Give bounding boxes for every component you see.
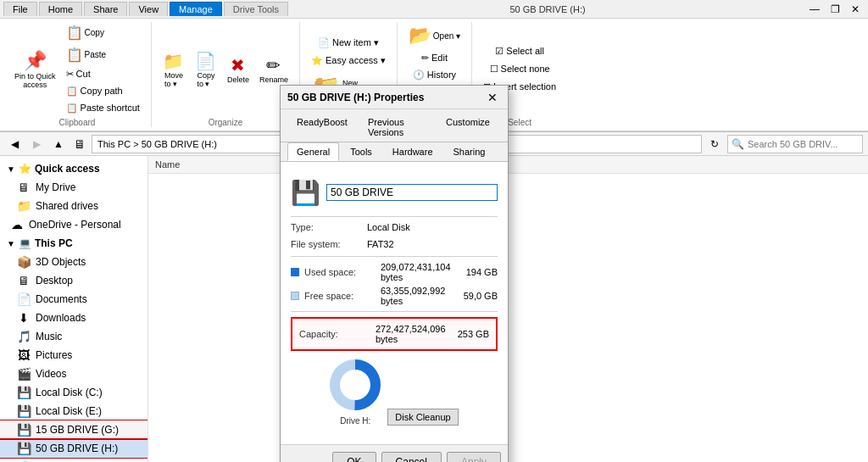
dialog-overlay: 50 GB DRIVE (H:) Properties ✕ ReadyBoost… <box>0 0 868 462</box>
drive-name-input[interactable] <box>326 184 498 201</box>
separator-2 <box>291 256 498 257</box>
type-value: Local Disk <box>367 222 498 232</box>
tab-tools[interactable]: Tools <box>341 142 381 161</box>
free-space-gb: 59,0 GB <box>464 291 498 301</box>
used-space-label: Used space: <box>304 267 381 277</box>
used-space-dot <box>291 268 299 276</box>
dialog-tabs: ReadyBoost Previous Versions Customize <box>281 109 508 142</box>
tab-readyboost[interactable]: ReadyBoost <box>287 113 357 142</box>
drive-label: Drive H: <box>330 416 381 426</box>
tab-sharing[interactable]: Sharing <box>444 142 495 161</box>
filesystem-label: File system: <box>291 239 367 249</box>
capacity-row: Capacity: 272,427,524,096 bytes 253 GB <box>291 317 498 351</box>
dialog-title: 50 GB DRIVE (H:) Properties <box>287 92 484 103</box>
free-space-label: Free space: <box>304 291 381 301</box>
tab-general[interactable]: General <box>287 142 339 161</box>
type-label: Type: <box>291 222 367 232</box>
cancel-button[interactable]: Cancel <box>381 452 442 462</box>
dialog-titlebar: 50 GB DRIVE (H:) Properties ✕ <box>281 86 508 109</box>
used-space-bytes: 209,072,431,104 bytes <box>381 262 463 282</box>
disk-chart: Drive H: Disk Cleanup <box>291 359 498 426</box>
used-space-gb: 194 GB <box>466 267 498 277</box>
capacity-label: Capacity: <box>299 329 376 339</box>
tab-prev-versions[interactable]: Previous Versions <box>359 113 435 142</box>
tab-hardware[interactable]: Hardware <box>383 142 442 161</box>
dialog-body: 💾 Type: Local Disk File system: FAT32 Us… <box>281 162 508 444</box>
drive-label-row: 💾 <box>291 179 498 206</box>
filesystem-value: FAT32 <box>367 239 498 249</box>
separator-3 <box>291 311 498 312</box>
used-space-row: Used space: 209,072,431,104 bytes 194 GB <box>291 262 498 282</box>
apply-button[interactable]: Apply <box>447 452 501 462</box>
disk-cleanup-button[interactable]: Disk Cleanup <box>387 409 458 426</box>
dialog-footer: OK Cancel Apply <box>281 444 508 462</box>
free-space-dot <box>291 292 299 300</box>
capacity-gb: 253 GB <box>458 329 489 339</box>
separator-1 <box>291 216 498 217</box>
ok-button[interactable]: OK <box>332 452 376 462</box>
capacity-inner: Capacity: 272,427,524,096 bytes 253 GB <box>299 324 489 344</box>
tab-customize[interactable]: Customize <box>437 113 499 142</box>
free-space-bytes: 63,355,092,992 bytes <box>381 286 460 306</box>
donut-svg <box>330 359 381 410</box>
capacity-bytes: 272,427,524,096 bytes <box>376 324 454 344</box>
prop-filesystem-row: File system: FAT32 <box>291 239 498 249</box>
properties-dialog: 50 GB DRIVE (H:) Properties ✕ ReadyBoost… <box>280 85 509 462</box>
dialog-close-button[interactable]: ✕ <box>484 89 501 106</box>
dialog-drive-icon: 💾 <box>291 179 318 206</box>
free-space-row: Free space: 63,355,092,992 bytes 59,0 GB <box>291 286 498 306</box>
prop-type-row: Type: Local Disk <box>291 222 498 232</box>
